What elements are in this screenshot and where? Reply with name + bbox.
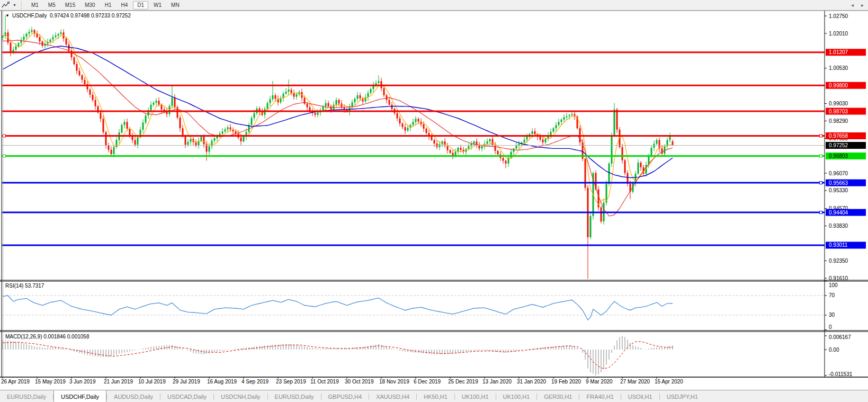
hline-price-label: 0.99800 (829, 83, 848, 88)
candle-body (267, 103, 269, 109)
hline-price-label: 0.97658 (829, 133, 848, 139)
hline-handle-right-0.96803[interactable] (820, 155, 822, 157)
hline-handle-left-0.97658[interactable] (3, 135, 6, 137)
candle-body (156, 101, 157, 103)
rsi-tick-label: 100 (829, 282, 838, 288)
candle-body (566, 116, 568, 117)
candle-body (187, 142, 189, 145)
candle-body (452, 153, 454, 156)
candle-body (590, 216, 592, 237)
candle-body (227, 127, 229, 129)
date-tick-label: 3 Jun 2019 (69, 379, 96, 385)
candle-body (105, 132, 107, 145)
candle-body (601, 207, 602, 221)
current-price-label: 0.97252 (829, 142, 848, 148)
candle-body (169, 106, 171, 114)
tab-usdjpy-h1[interactable]: USDJPY,H1 (660, 390, 705, 402)
date-tick-label: 9 Mar 2020 (586, 379, 613, 385)
candle-body (317, 112, 319, 114)
tab-usdcad-daily[interactable]: USDCAD,Daily (160, 390, 213, 402)
price-tick-label: 1.00530 (829, 65, 848, 71)
candle-body (293, 93, 295, 97)
candle-body (558, 122, 560, 125)
tab-fra40-h1[interactable]: FRA40,H1 (579, 390, 620, 402)
hline-handle-right-0.97658[interactable] (820, 135, 822, 137)
candle-body (214, 138, 216, 140)
candle-body (142, 122, 144, 129)
date-tick-label: 4 Sep 2019 (241, 379, 269, 385)
tab-ger30-h1[interactable]: GER30,H1 (537, 390, 579, 402)
candle-body (18, 43, 20, 46)
candle-body (503, 158, 504, 160)
candle-body (661, 148, 663, 154)
date-tick-label: 21 Jun 2019 (104, 379, 133, 385)
price-tick-label: 0.98290 (829, 118, 848, 124)
candle-body (74, 57, 75, 64)
candle-body (609, 164, 610, 184)
candle-body (553, 128, 554, 132)
candle-body (90, 90, 91, 95)
candle-body (135, 140, 136, 145)
chart-window-bg (0, 11, 868, 389)
candle-body (386, 95, 388, 100)
chart-title-collapse-icon[interactable]: ▼ (5, 13, 10, 18)
candle-body (272, 95, 274, 99)
candle-body (447, 146, 449, 150)
candle-body (487, 141, 488, 144)
tab-uk100-h1[interactable]: UK100,H1 (455, 390, 496, 402)
candle-body (415, 119, 417, 122)
hline-handle-right-0.95663[interactable] (820, 182, 822, 184)
hline-price-label: 0.93011 (829, 242, 848, 248)
candle-body (291, 90, 292, 93)
price-tick-label: 0.95330 (829, 187, 848, 193)
tab-xauusd-h4[interactable]: XAUUSD,H4 (369, 390, 416, 402)
candle-body (439, 144, 441, 147)
candle-body (563, 117, 565, 119)
candle-body (325, 103, 327, 107)
candle-body (434, 140, 435, 144)
date-tick-label: 6 Dec 2019 (414, 379, 441, 385)
tab-audusd-daily[interactable]: AUDUSD,Daily (107, 390, 160, 402)
hline-price-label: 1.01207 (829, 49, 848, 55)
hline-handle-left-0.96803[interactable] (3, 155, 6, 157)
tab-uk100-h1[interactable]: UK100,H1 (496, 390, 537, 402)
candle-body (413, 122, 414, 125)
tab-usdchf-daily[interactable]: USDCHF,Daily (53, 390, 106, 402)
candle-body (15, 46, 17, 49)
candle-body (76, 64, 78, 71)
candle-body (638, 163, 639, 174)
date-tick-label: 31 Jan 2020 (517, 379, 546, 385)
candle-body (495, 145, 496, 151)
price-tick-label: 1.02750 (829, 13, 848, 19)
macd-indicator-label: MACD(12,26,9) 0.001846 0.001058 (5, 334, 89, 340)
tab-usoil-h1[interactable]: USOil,H1 (621, 390, 659, 402)
date-tick-label: 29 Jul 2019 (173, 379, 200, 385)
candle-body (423, 124, 425, 129)
candle-body (640, 163, 642, 167)
candle-body (100, 113, 102, 119)
tab-hk50-h1[interactable]: HK50,H1 (417, 390, 454, 402)
candle-body (127, 122, 128, 129)
candle-body (524, 139, 525, 142)
candle-body (532, 131, 533, 134)
chart-title-ohlc: 0.97424 0.97498 0.97233 0.97252 (50, 13, 131, 19)
candle-body (2, 36, 4, 38)
hline-handle-right-0.94404[interactable] (820, 211, 822, 214)
candle-body (616, 110, 618, 130)
candle-body (656, 140, 658, 144)
macd-tick-label: 0.00 (829, 347, 839, 353)
date-tick-label: 15 May 2019 (35, 379, 66, 385)
tab-eurusd-daily[interactable]: EURUSD,Daily (268, 390, 321, 402)
tab-eurusd-daily[interactable]: EURUSD,Daily (0, 390, 53, 402)
candle-body (526, 137, 528, 139)
candle-body (275, 95, 276, 99)
candle-body (556, 125, 557, 128)
tab-gbpusd-h4[interactable]: GBPUSD,H4 (321, 390, 369, 402)
candle-body (458, 148, 459, 151)
candle-body (230, 127, 231, 129)
candle-body (672, 141, 674, 146)
candle-body (407, 128, 409, 130)
candle-body (82, 75, 83, 79)
candle-body (545, 139, 547, 142)
tab-usdcnh-daily[interactable]: USDCNH,Daily (214, 390, 267, 402)
